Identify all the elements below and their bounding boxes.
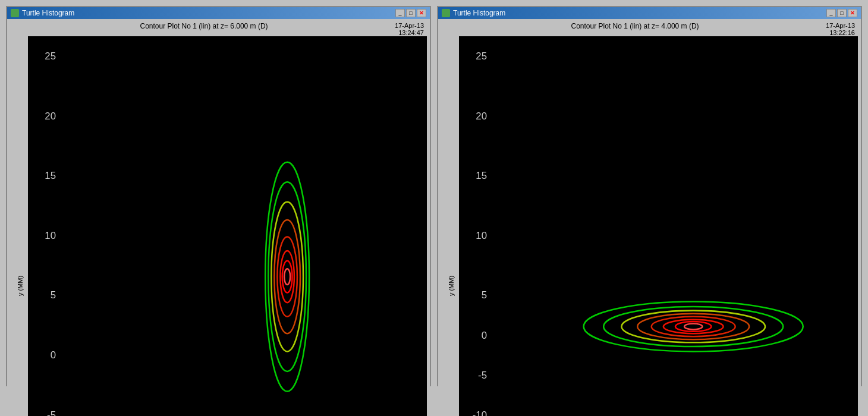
plot-wrapper-b: Contour Plot No 1 (lin) at z= 4.000 m (D… — [441, 22, 858, 416]
svg-text:0: 0 — [51, 349, 56, 361]
stat-xmean-b: Xmean = 0.026 — [810, 181, 855, 191]
stat-xmean-a: Xmean = 0.010 — [377, 181, 424, 191]
window-content-b: Contour Plot No 1 (lin) at z= 4.000 m (D… — [438, 19, 861, 416]
svg-text:0: 0 — [482, 330, 487, 341]
plot-area-a: y (MM) 25 20 15 10 5 0 - — [10, 36, 427, 416]
maximize-btn-a[interactable]: □ — [406, 9, 416, 17]
stat-sum-a: Sum = 10000 — [377, 239, 424, 250]
close-btn-a[interactable]: ✕ — [417, 9, 426, 17]
plot-canvas-b: 25 20 15 10 5 0 -5 -10 -15 -20 -25 — [459, 36, 858, 416]
svg-text:15: 15 — [476, 170, 487, 181]
stats-box-a: Xmean = 0.010 Xrms = 1.253 Ymean = -0.04… — [377, 181, 424, 250]
stat-areapi-a: Area/pi = 5.430 — [377, 229, 424, 239]
svg-text:25: 25 — [45, 51, 56, 62]
stat-xrms-b: Xrms = 4.266 — [810, 190, 855, 200]
plot-header-b: Contour Plot No 1 (lin) at z= 4.000 m (D… — [441, 22, 858, 36]
minimize-btn-b[interactable]: _ — [826, 9, 836, 17]
window-controls-a[interactable]: _ □ ✕ — [395, 9, 426, 17]
stat-sum-b: Sum = 10000 — [810, 239, 855, 250]
app-icon-b — [442, 9, 450, 17]
minimize-btn-a[interactable]: _ — [395, 9, 405, 17]
stat-xrms-a: Xrms = 1.253 — [377, 190, 424, 200]
svg-text:-5: -5 — [478, 370, 487, 381]
close-btn-b[interactable]: ✕ — [848, 9, 857, 17]
svg-point-47 — [603, 307, 783, 346]
svg-text:10: 10 — [476, 230, 487, 241]
title-a: Turtle Histogram — [22, 9, 74, 17]
plot-canvas-a: 25 20 15 10 5 0 -5 -10 -15 -20 -25 — [28, 36, 427, 416]
plot-title-a: Contour Plot No 1 (lin) at z= 6.000 m (D… — [13, 22, 395, 30]
svg-point-26 — [284, 269, 290, 285]
window-b: Turtle Histogram _ □ ✕ Contour Plot No 1… — [437, 6, 862, 386]
stat-ymean-a: Ymean = -0.049 — [377, 200, 424, 210]
svg-point-49 — [637, 314, 749, 340]
plot-wrapper-a: Contour Plot No 1 (lin) at z= 6.000 m (D… — [10, 22, 427, 416]
window-content-a: Contour Plot No 1 (lin) at z= 6.000 m (D… — [7, 19, 430, 416]
svg-point-21 — [271, 202, 303, 352]
plot-title-b: Contour Plot No 1 (lin) at z= 4.000 m (D… — [444, 22, 826, 30]
maximize-btn-b[interactable]: □ — [837, 9, 847, 17]
svg-text:20: 20 — [45, 111, 56, 122]
y-axis-label-b: y (MM) — [448, 275, 455, 295]
stat-corr-a: Corr = 0.001 — [377, 220, 424, 230]
titlebar-b: Turtle Histogram _ □ ✕ — [438, 7, 861, 19]
svg-text:-5: -5 — [47, 409, 56, 416]
stat-areapi-b: Area/pi = 5.471 — [810, 229, 855, 239]
stats-box-b: Xmean = 0.026 Xrms = 4.266 Ymean = 0.009… — [810, 181, 855, 250]
stat-yrms-a: Yrms = 4.333 — [377, 210, 424, 220]
svg-text:25: 25 — [476, 51, 487, 62]
svg-point-46 — [584, 302, 803, 352]
svg-text:15: 15 — [45, 170, 56, 181]
title-b: Turtle Histogram — [453, 9, 505, 17]
plot-header-a: Contour Plot No 1 (lin) at z= 6.000 m (D… — [10, 22, 427, 36]
window-a: Turtle Histogram _ □ ✕ Contour Plot No 1… — [6, 6, 431, 386]
stat-ymean-b: Ymean = 0.009 — [810, 200, 855, 210]
svg-text:-10: -10 — [473, 409, 487, 416]
svg-text:10: 10 — [45, 230, 56, 241]
stat-yrms-b: Yrms = 1.282 — [810, 210, 855, 220]
plot-area-b: y (MM) 25 20 15 10 5 0 -5 -10 — [441, 36, 858, 416]
svg-text:5: 5 — [482, 289, 487, 301]
svg-point-48 — [621, 311, 765, 343]
plot-date-a: 17-Apr-13 13:24:47 — [395, 22, 424, 36]
stat-corr-b: Corr = -0.007 — [810, 220, 855, 230]
titlebar-a: Turtle Histogram _ □ ✕ — [7, 7, 430, 19]
window-controls-b[interactable]: _ □ ✕ — [826, 9, 857, 17]
y-axis-label-a: y (MM) — [17, 275, 24, 295]
plot-date-b: 17-Apr-13 13:22:16 — [826, 22, 855, 36]
svg-text:5: 5 — [51, 289, 56, 301]
svg-text:20: 20 — [476, 111, 487, 122]
app-icon-a — [11, 9, 19, 17]
main-container: Turtle Histogram _ □ ✕ Contour Plot No 1… — [0, 0, 868, 392]
svg-point-53 — [684, 323, 702, 329]
